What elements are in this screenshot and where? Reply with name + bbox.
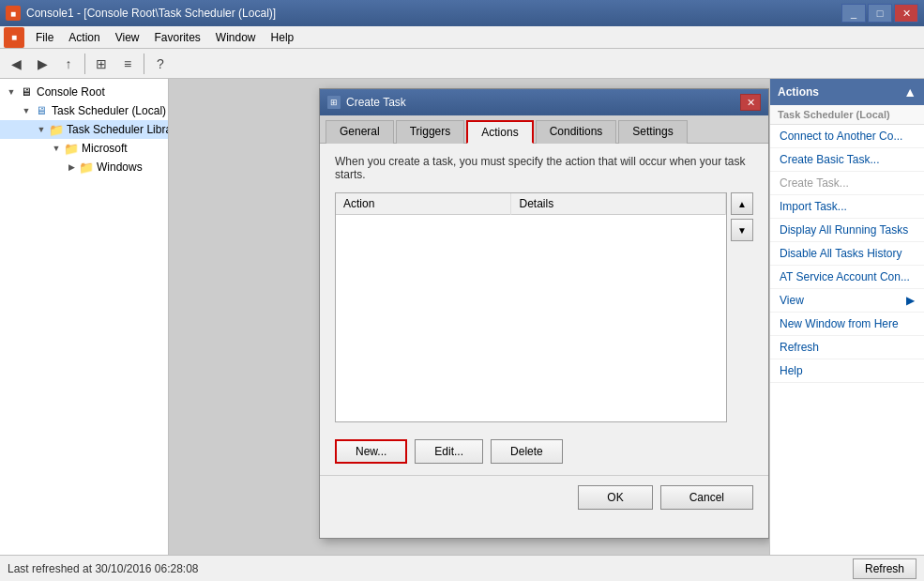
- window-controls: _ □ ✕: [841, 4, 918, 23]
- help-button[interactable]: ?: [148, 52, 173, 76]
- show-hide-tree[interactable]: ⊞: [89, 52, 114, 76]
- col-details: Details: [511, 193, 726, 215]
- indent-spacer: [4, 103, 19, 118]
- refresh-button[interactable]: Refresh: [853, 558, 916, 579]
- tab-triggers[interactable]: Triggers: [396, 120, 465, 144]
- right-panel-help[interactable]: Help: [770, 359, 924, 383]
- toolbar: ◀ ▶ ↑ ⊞ ≡ ?: [0, 49, 924, 79]
- computer-icon: 🖥: [19, 84, 34, 99]
- right-panel-import[interactable]: Import Task...: [770, 195, 924, 219]
- maximize-button[interactable]: □: [868, 4, 892, 23]
- dialog-icon: ⊞: [327, 96, 341, 109]
- up-button[interactable]: ↑: [56, 52, 81, 76]
- submenu-arrow-icon: ▶: [906, 294, 915, 307]
- toolbar-separator-2: [144, 54, 144, 74]
- right-panel-header: Actions ▲: [770, 79, 924, 105]
- sidebar-item-console-root[interactable]: ▼ 🖥 Console Root: [0, 83, 168, 101]
- menu-action[interactable]: Action: [61, 29, 107, 46]
- sidebar-item-windows[interactable]: ▶ 📁 Windows: [0, 158, 168, 176]
- collapse-icon[interactable]: ▲: [903, 84, 916, 99]
- right-panel-title: Actions: [778, 85, 819, 99]
- indent-spacer: [4, 160, 64, 175]
- status-text: Last refreshed at 30/10/2016 06:28:08: [8, 562, 199, 575]
- folder-icon: 📁: [49, 122, 64, 137]
- actions-table-container: Action Details: [335, 192, 727, 422]
- actions-table: Action Details: [336, 193, 726, 215]
- expand-icon: ▶: [64, 160, 79, 175]
- sidebar-item-microsoft[interactable]: ▼ 📁 Microsoft: [0, 139, 168, 158]
- expand-icon: ▼: [4, 84, 19, 99]
- app-icon: ■: [6, 6, 21, 21]
- right-panel-refresh[interactable]: Refresh: [770, 336, 924, 359]
- right-panel-new-window[interactable]: New Window from Here: [770, 313, 924, 336]
- menu-view[interactable]: View: [108, 29, 147, 46]
- toolbar-separator-1: [84, 54, 85, 74]
- sidebar-item-label: Windows: [97, 161, 143, 174]
- table-wrapper: Action Details ▲ ▼: [335, 192, 753, 432]
- sidebar-item-task-scheduler-local[interactable]: ▼ 🖥 Task Scheduler (Local): [0, 101, 168, 120]
- scroll-buttons: ▲ ▼: [731, 192, 753, 432]
- computer-icon: 🖥: [34, 103, 49, 118]
- forward-button[interactable]: ▶: [30, 52, 54, 76]
- dialog-overlay: ⊞ Create Task ✕ General Triggers Actions…: [169, 79, 769, 555]
- indent-spacer: [4, 122, 34, 137]
- right-panel-connect[interactable]: Connect to Another Co...: [770, 125, 924, 148]
- tab-conditions[interactable]: Conditions: [536, 120, 617, 144]
- menu-window[interactable]: Window: [208, 29, 264, 46]
- right-panel-display-running[interactable]: Display All Running Tasks: [770, 219, 924, 242]
- right-panel-disable-history[interactable]: Disable All Tasks History: [770, 242, 924, 266]
- right-panel-scheduler-section: Task Scheduler (Local): [770, 105, 924, 125]
- expand-icon: ▼: [34, 122, 49, 137]
- main-layout: ▼ 🖥 Console Root ▼ 🖥 Task Scheduler (Loc…: [0, 79, 924, 555]
- close-button[interactable]: ✕: [894, 4, 918, 23]
- scroll-up-button[interactable]: ▲: [731, 192, 753, 215]
- sidebar-item-label: Console Root: [37, 85, 105, 99]
- expand-icon: ▼: [19, 103, 34, 118]
- right-panel-view[interactable]: View ▶: [770, 289, 924, 313]
- create-task-dialog: ⊞ Create Task ✕ General Triggers Actions…: [319, 88, 769, 539]
- dialog-tabs: General Triggers Actions Conditions Sett…: [320, 115, 768, 144]
- table-empty-body: [336, 215, 726, 421]
- dialog-description: When you create a task, you must specify…: [335, 155, 753, 181]
- right-panel-at-service[interactable]: AT Service Account Con...: [770, 266, 924, 289]
- dialog-action-buttons: New... Edit... Delete: [335, 439, 753, 464]
- properties-button[interactable]: ≡: [115, 52, 140, 76]
- window-title: Console1 - [Console Root\Task Scheduler …: [26, 7, 276, 20]
- col-action: Action: [336, 193, 511, 215]
- dialog-close-button[interactable]: ✕: [740, 94, 761, 111]
- dialog-title-bar: ⊞ Create Task ✕: [320, 89, 768, 115]
- tab-settings[interactable]: Settings: [618, 120, 687, 144]
- menu-favorites[interactable]: Favorites: [147, 29, 208, 46]
- scroll-down-button[interactable]: ▼: [731, 219, 753, 241]
- sidebar-item-label: Task Scheduler Library: [67, 123, 169, 136]
- back-button[interactable]: ◀: [4, 52, 28, 76]
- status-bar: Last refreshed at 30/10/2016 06:28:08 Re…: [0, 555, 924, 581]
- sidebar-item-task-scheduler-library[interactable]: ▼ 📁 Task Scheduler Library: [0, 120, 168, 139]
- dialog-footer: OK Cancel: [320, 475, 768, 519]
- sidebar-item-label: Microsoft: [82, 142, 128, 155]
- delete-button[interactable]: Delete: [491, 439, 563, 464]
- dialog-title: Create Task: [346, 96, 406, 109]
- new-button[interactable]: New...: [335, 439, 407, 464]
- menu-file[interactable]: File: [28, 29, 61, 46]
- dialog-body: When you create a task, you must specify…: [320, 144, 768, 475]
- minimize-button[interactable]: _: [841, 4, 866, 23]
- menu-help[interactable]: Help: [264, 29, 302, 46]
- right-panel-create-task: Create Task...: [770, 172, 924, 195]
- content-area: ⊞ Create Task ✕ General Triggers Actions…: [169, 79, 769, 555]
- folder-icon: 📁: [79, 160, 94, 175]
- edit-button[interactable]: Edit...: [415, 439, 483, 464]
- sidebar: ▼ 🖥 Console Root ▼ 🖥 Task Scheduler (Loc…: [0, 79, 169, 555]
- title-bar: ■ Console1 - [Console Root\Task Schedule…: [0, 0, 924, 26]
- right-panel: Actions ▲ Task Scheduler (Local) Connect…: [769, 79, 924, 555]
- right-panel-create-basic[interactable]: Create Basic Task...: [770, 148, 924, 172]
- ok-button[interactable]: OK: [578, 485, 652, 510]
- menu-bar: ■ File Action View Favorites Window Help: [0, 26, 924, 49]
- expand-icon: ▼: [49, 141, 64, 156]
- tab-general[interactable]: General: [326, 120, 394, 144]
- cancel-button[interactable]: Cancel: [660, 485, 753, 510]
- sidebar-item-label: Task Scheduler (Local): [52, 104, 166, 117]
- tab-actions[interactable]: Actions: [466, 120, 533, 144]
- folder-icon: 📁: [64, 141, 79, 156]
- app-menu-icon: ■: [4, 27, 24, 48]
